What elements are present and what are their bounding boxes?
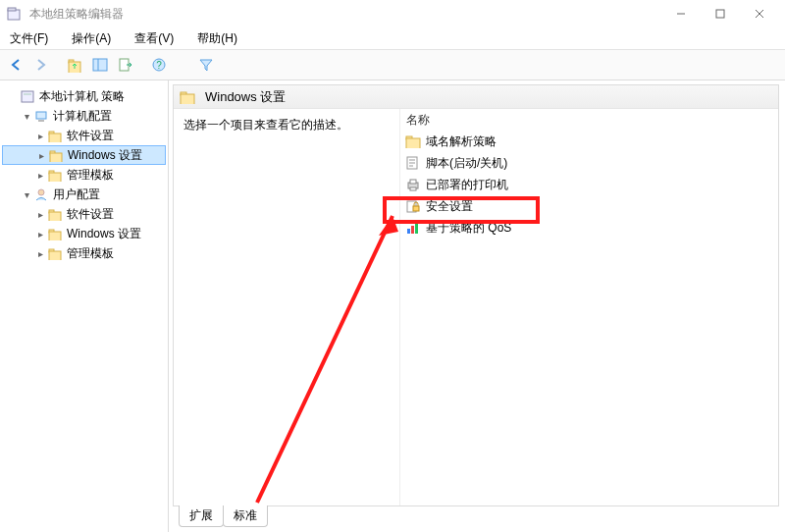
printer-icon bbox=[404, 176, 422, 193]
menu-help[interactable]: 帮助(H) bbox=[191, 28, 243, 49]
twisty-icon[interactable]: ▸ bbox=[33, 170, 47, 181]
folder-icon bbox=[47, 206, 63, 222]
toolbar: ? bbox=[0, 49, 785, 80]
list-item-label: 脚本(启动/关机) bbox=[426, 155, 507, 172]
folder-icon bbox=[47, 128, 63, 143]
back-button[interactable] bbox=[4, 53, 27, 77]
svg-rect-25 bbox=[49, 212, 61, 221]
tree-label: 本地计算机 策略 bbox=[39, 88, 125, 105]
detail-header-text: Windows 设置 bbox=[205, 88, 286, 106]
svg-rect-15 bbox=[36, 112, 46, 119]
tree-label: 软件设置 bbox=[67, 128, 114, 144]
user-icon bbox=[33, 186, 49, 202]
tree-label: 软件设置 bbox=[67, 206, 114, 223]
menu-file[interactable]: 文件(F) bbox=[4, 28, 54, 49]
tree-u-windows[interactable]: ▸ Windows 设置 bbox=[2, 224, 166, 243]
forward-button[interactable] bbox=[29, 53, 53, 77]
detail-pane: Windows 设置 选择一个项目来查看它的描述。 名称 域名解析策略 脚本(启… bbox=[169, 80, 785, 532]
svg-rect-1 bbox=[8, 8, 16, 11]
export-list-button[interactable] bbox=[114, 53, 137, 77]
tree-c-windows[interactable]: ▸ Windows 设置 bbox=[2, 145, 166, 165]
tab-standard[interactable]: 标准 bbox=[223, 505, 268, 527]
column-header-name[interactable]: 名称 bbox=[400, 109, 778, 131]
tree-label: 管理模板 bbox=[67, 245, 114, 262]
show-hide-tree-button[interactable] bbox=[88, 53, 112, 77]
svg-rect-18 bbox=[49, 133, 61, 142]
twisty-icon[interactable]: ▾ bbox=[20, 111, 33, 122]
filter-button[interactable] bbox=[194, 53, 218, 77]
tree-user-config[interactable]: ▾ 用户配置 bbox=[2, 185, 166, 204]
folder-icon bbox=[48, 147, 64, 163]
folder-icon bbox=[47, 167, 63, 183]
tree-u-admin[interactable]: ▸ 管理模板 bbox=[2, 243, 166, 263]
list-item-scripts[interactable]: 脚本(启动/关机) bbox=[400, 152, 778, 174]
help-button[interactable]: ? bbox=[147, 53, 171, 77]
close-button[interactable] bbox=[740, 0, 779, 27]
folder-icon bbox=[47, 245, 63, 261]
twisty-icon[interactable]: ▸ bbox=[33, 131, 47, 141]
twisty-icon[interactable]: ▸ bbox=[33, 248, 47, 259]
svg-rect-42 bbox=[415, 223, 418, 234]
tree-label: 管理模板 bbox=[67, 167, 114, 184]
tree-u-software[interactable]: ▸ 软件设置 bbox=[2, 204, 166, 224]
app-icon bbox=[6, 6, 22, 22]
svg-rect-36 bbox=[410, 180, 416, 184]
svg-rect-8 bbox=[93, 59, 107, 71]
annotation-highlight-box bbox=[383, 196, 540, 224]
folder-icon bbox=[404, 133, 422, 150]
list-item-label: 域名解析策略 bbox=[426, 133, 497, 150]
menu-action[interactable]: 操作(A) bbox=[66, 28, 117, 49]
svg-rect-41 bbox=[411, 226, 414, 234]
script-icon bbox=[404, 154, 422, 172]
policy-icon bbox=[20, 88, 35, 104]
tree-c-software[interactable]: ▸ 软件设置 bbox=[2, 126, 166, 145]
tree-c-admin[interactable]: ▸ 管理模板 bbox=[2, 165, 166, 185]
svg-rect-3 bbox=[716, 10, 724, 18]
svg-rect-40 bbox=[407, 229, 410, 234]
tree-label: Windows 设置 bbox=[68, 147, 142, 164]
svg-rect-14 bbox=[24, 93, 31, 95]
minimize-button[interactable] bbox=[661, 0, 701, 27]
twisty-icon[interactable]: ▸ bbox=[34, 150, 48, 161]
svg-rect-16 bbox=[38, 120, 44, 122]
menubar: 文件(F) 操作(A) 查看(V) 帮助(H) bbox=[0, 27, 785, 49]
tree-label: Windows 设置 bbox=[67, 226, 141, 242]
tree-computer-config[interactable]: ▾ 计算机配置 bbox=[2, 106, 166, 126]
list-item-dns[interactable]: 域名解析策略 bbox=[400, 131, 778, 152]
svg-rect-33 bbox=[406, 138, 420, 148]
svg-rect-37 bbox=[410, 187, 416, 190]
svg-rect-22 bbox=[49, 173, 61, 182]
tree-pane[interactable]: 本地计算机 策略 ▾ 计算机配置 ▸ 软件设置 ▸ Windows 设置 ▸ 管… bbox=[0, 80, 169, 532]
svg-rect-20 bbox=[50, 153, 62, 162]
twisty-icon[interactable]: ▸ bbox=[33, 209, 47, 220]
maximize-button[interactable] bbox=[701, 0, 740, 27]
svg-rect-29 bbox=[49, 251, 61, 260]
tree-root[interactable]: 本地计算机 策略 bbox=[2, 86, 166, 106]
list-item-printers[interactable]: 已部署的打印机 bbox=[400, 174, 778, 195]
svg-rect-27 bbox=[49, 232, 61, 240]
window-title: 本地组策略编辑器 bbox=[29, 6, 124, 23]
tree-label: 计算机配置 bbox=[53, 108, 112, 125]
svg-rect-31 bbox=[181, 94, 194, 104]
titlebar: 本地组策略编辑器 bbox=[0, 0, 785, 27]
computer-icon bbox=[33, 108, 49, 124]
svg-text:?: ? bbox=[156, 60, 162, 71]
svg-rect-13 bbox=[22, 91, 33, 102]
list-item-label: 已部署的打印机 bbox=[426, 177, 508, 193]
description-text: 选择一个项目来查看它的描述。 bbox=[183, 118, 348, 132]
up-button[interactable] bbox=[63, 53, 86, 77]
svg-point-23 bbox=[38, 189, 44, 195]
tab-extended[interactable]: 扩展 bbox=[179, 505, 224, 527]
menu-view[interactable]: 查看(V) bbox=[129, 28, 180, 49]
folder-icon bbox=[180, 89, 195, 105]
twisty-icon[interactable]: ▸ bbox=[33, 229, 47, 239]
description-pane: 选择一个项目来查看它的描述。 bbox=[174, 109, 399, 505]
twisty-icon[interactable]: ▾ bbox=[20, 189, 33, 200]
tree-label: 用户配置 bbox=[53, 186, 100, 203]
folder-icon bbox=[47, 226, 63, 241]
detail-header: Windows 设置 bbox=[174, 85, 778, 109]
list-pane[interactable]: 名称 域名解析策略 脚本(启动/关机) 已部署的打印机 bbox=[399, 109, 778, 505]
tab-strip: 扩展 标准 bbox=[173, 506, 779, 528]
